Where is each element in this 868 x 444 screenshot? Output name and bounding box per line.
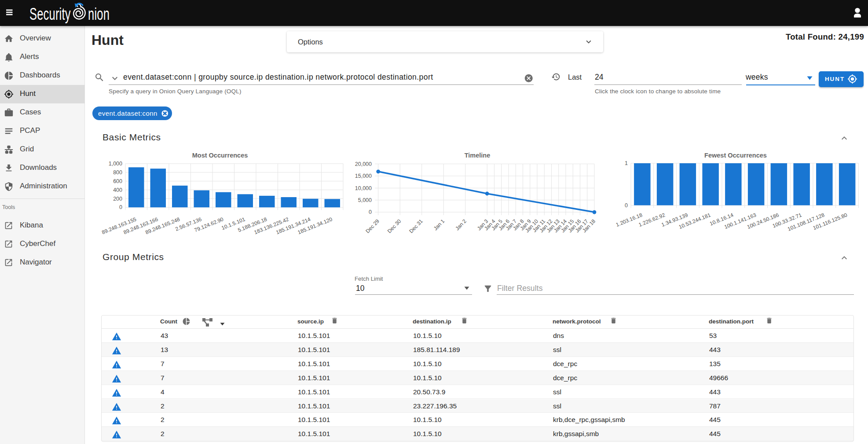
svg-text:1,000: 1,000	[109, 161, 122, 167]
svg-text:10,000: 10,000	[355, 185, 372, 191]
svg-text:1: 1	[625, 160, 628, 166]
svg-text:800: 800	[113, 169, 122, 176]
svg-text:400: 400	[113, 187, 122, 193]
svg-text:0: 0	[119, 204, 122, 210]
svg-text:200: 200	[113, 196, 122, 202]
svg-text:Most Occurrences: Most Occurrences	[192, 152, 248, 159]
svg-text:15,000: 15,000	[355, 173, 372, 179]
svg-text:20,000: 20,000	[355, 161, 372, 167]
svg-text:Jan 1: Jan 1	[432, 218, 446, 231]
svg-text:Jan 2: Jan 2	[454, 218, 468, 231]
svg-text:Fewest Occurrences: Fewest Occurrences	[704, 152, 767, 159]
svg-text:Timeline: Timeline	[465, 152, 491, 159]
svg-text:Dec 31: Dec 31	[408, 218, 424, 234]
svg-text:5,000: 5,000	[358, 197, 372, 203]
svg-text:Dec 30: Dec 30	[386, 218, 403, 234]
svg-text:600: 600	[113, 178, 122, 184]
svg-text:0: 0	[625, 202, 628, 209]
svg-text:Dec 29: Dec 29	[364, 218, 381, 234]
svg-text:0: 0	[369, 209, 372, 215]
